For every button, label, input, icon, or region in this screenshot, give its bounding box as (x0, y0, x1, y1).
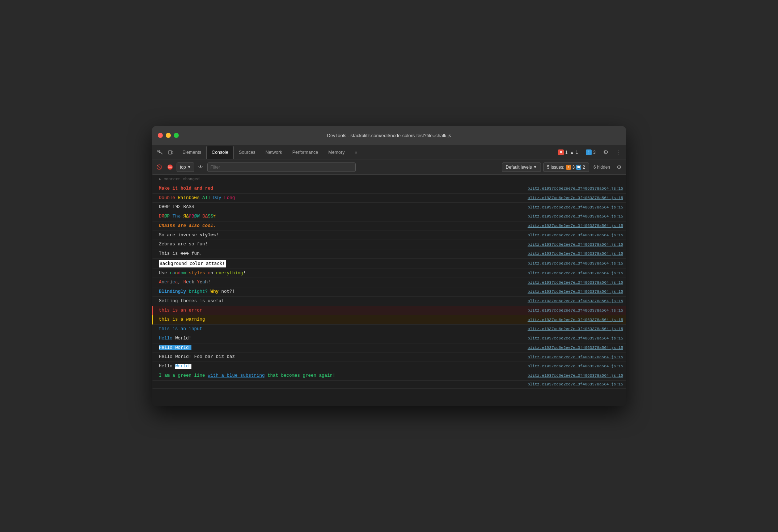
console-row-r1: Make it bold and redblitz.e1937cc6e2ee7e… (152, 184, 626, 194)
window-title: DevTools - stackblitz.com/edit/node-colo… (327, 133, 451, 138)
tab-icons-left (155, 147, 176, 157)
inspect-icon[interactable] (155, 147, 165, 157)
console-msg-r21: I am a green line with a blue substring … (159, 372, 522, 379)
console-src-r5[interactable]: blitz.e1937cc6e2ee7e…3f4063378a564.js:15 (528, 224, 623, 228)
console-src-r20[interactable]: blitz.e1937cc6e2ee7e…3f4063378a564.js:15 (528, 364, 623, 368)
console-msg-r7: Zebras are so fun! (159, 241, 522, 248)
console-src-r21[interactable]: blitz.e1937cc6e2ee7e…3f4063378a564.js:15 (528, 373, 623, 378)
console-msg-r14: this is an error (159, 307, 522, 314)
issues-info-count: 2 (583, 165, 585, 170)
svg-rect-1 (169, 151, 172, 154)
console-settings-icon[interactable]: ⚙ (614, 163, 623, 172)
console-msg-r15: this is a warning (159, 316, 522, 323)
log-levels-selector[interactable]: Default levels ▼ (502, 162, 541, 172)
console-row-r8: This is not fun.blitz.e1937cc6e2ee7e…3f4… (152, 249, 626, 259)
console-msg-r12: Blindingly bright? Why not?! (159, 288, 522, 295)
console-src-r7[interactable]: blitz.e1937cc6e2ee7e…3f4063378a564.js:15 (528, 242, 623, 247)
console-src-r4[interactable]: blitz.e1937cc6e2ee7e…3f4063378a564.js:15 (528, 214, 623, 219)
console-row-r10: Use random styles on everything!blitz.e1… (152, 269, 626, 278)
console-msg-r9: Background color attack! (159, 260, 522, 267)
hidden-count: 6 hidden (591, 164, 612, 171)
error-badge-btn[interactable]: ✕ 1 ▲ 1 (555, 148, 581, 156)
console-toolbar: 🚫 ⛔ top ▼ 👁 Default levels ▼ 5 Issues: !… (152, 160, 626, 174)
console-row-r13: Setting themes is usefulblitz.e1937cc6e2… (152, 297, 626, 306)
eye-icon[interactable]: 👁 (196, 163, 205, 172)
console-msg-r13: Setting themes is useful (159, 298, 522, 305)
console-output[interactable]: ▶ context changedMake it bold and redbli… (152, 174, 626, 406)
issues-info-icon: 💬 (576, 165, 581, 170)
console-row-r0: ▶ context changed (152, 174, 626, 184)
console-src-r17[interactable]: blitz.e1937cc6e2ee7e…3f4063378a564.js:15 (528, 336, 623, 341)
settings-icon[interactable]: ⚙ (601, 147, 611, 157)
tab-memory[interactable]: Memory (323, 146, 350, 159)
chevron-down-icon: ▼ (187, 165, 191, 169)
issues-label: 5 Issues: (547, 165, 565, 170)
console-src-r2[interactable]: blitz.e1937cc6e2ee7e…3f4063378a564.js:15 (528, 196, 623, 200)
console-row-r16: this is an inputblitz.e1937cc6e2ee7e…3f4… (152, 325, 626, 334)
tab-sources[interactable]: Sources (234, 146, 261, 159)
issues-warn-icon: ! (566, 165, 571, 170)
console-src-r10[interactable]: blitz.e1937cc6e2ee7e…3f4063378a564.js:15 (528, 271, 623, 275)
issues-button[interactable]: 5 Issues: ! 3 💬 2 (543, 162, 589, 172)
console-msg-r18: Hello world! (159, 345, 522, 351)
tabs-right: ✕ 1 ▲ 1 ! 3 ⚙ ⋮ (555, 147, 623, 157)
console-src-r16[interactable]: blitz.e1937cc6e2ee7e…3f4063378a564.js:15 (528, 327, 623, 331)
console-msg-r10: Use random styles on everything! (159, 270, 522, 277)
console-src-r3[interactable]: blitz.e1937cc6e2ee7e…3f4063378a564.js:15 (528, 205, 623, 210)
console-row-r14: this is an errorblitz.e1937cc6e2ee7e…3f4… (152, 306, 626, 316)
console-row-r19: Hello World! Foo bar biz bazblitz.e1937c… (152, 352, 626, 362)
maximize-button[interactable] (174, 133, 179, 138)
block-icon[interactable]: ⛔ (166, 163, 174, 172)
console-src-r13[interactable]: blitz.e1937cc6e2ee7e…3f4063378a564.js:15 (528, 299, 623, 303)
console-row-r3: DЯØP TΉΣ BΔSSblitz.e1937cc6e2ee7e…3f4063… (152, 203, 626, 212)
filter-input[interactable] (207, 162, 356, 172)
console-src-r14[interactable]: blitz.e1937cc6e2ee7e…3f4063378a564.js:15 (528, 308, 623, 313)
console-src-r22[interactable]: blitz.e1937cc6e2ee7e…3f4063378a564.js:15 (528, 382, 623, 387)
console-msg-r3: DЯØP TΉΣ BΔSS (159, 204, 522, 211)
info-count: 3 (593, 150, 596, 155)
svg-rect-2 (172, 152, 173, 154)
console-row-r15: this is a warningblitz.e1937cc6e2ee7e…3f… (152, 315, 626, 325)
tab-network[interactable]: Network (261, 146, 287, 159)
info-icon: ! (586, 149, 592, 155)
minimize-button[interactable] (166, 133, 171, 138)
console-src-r6[interactable]: blitz.e1937cc6e2ee7e…3f4063378a564.js:15 (528, 233, 623, 237)
tab-elements[interactable]: Elements (177, 146, 206, 159)
console-row-r2: Double Rainbows All Day Longblitz.e1937c… (152, 194, 626, 203)
console-msg-r4: DЯØP Thə ЯΔИBØW BΔSS↯ (159, 213, 522, 220)
console-src-r9[interactable]: blitz.e1937cc6e2ee7e…3f4063378a564.js:15 (528, 261, 623, 266)
title-bar: DevTools - stackblitz.com/edit/node-colo… (152, 126, 626, 145)
console-src-r18[interactable]: blitz.e1937cc6e2ee7e…3f4063378a564.js:15 (528, 346, 623, 350)
issues-warn-count: 3 (572, 165, 575, 170)
console-row-r6: So are inverse styles!blitz.e1937cc6e2ee… (152, 231, 626, 240)
console-msg-r0: ▶ context changed (159, 176, 623, 183)
devtools-window: DevTools - stackblitz.com/edit/node-colo… (152, 126, 626, 406)
console-src-r19[interactable]: blitz.e1937cc6e2ee7e…3f4063378a564.js:15 (528, 355, 623, 359)
console-row-r20: Hello World!blitz.e1937cc6e2ee7e…3f40633… (152, 362, 626, 371)
tab-performance[interactable]: Performance (287, 146, 324, 159)
console-row-r11: America, Heck Yeah!blitz.e1937cc6e2ee7e…… (152, 278, 626, 287)
console-msg-r8: This is not fun. (159, 250, 522, 257)
error-icon: ✕ (558, 149, 564, 155)
console-src-r8[interactable]: blitz.e1937cc6e2ee7e…3f4063378a564.js:15 (528, 252, 623, 256)
console-msg-r20: Hello World! (159, 363, 522, 370)
console-src-r15[interactable]: blitz.e1937cc6e2ee7e…3f4063378a564.js:15 (528, 318, 623, 322)
clear-icon[interactable]: 🚫 (155, 163, 164, 172)
more-icon[interactable]: ⋮ (613, 147, 623, 157)
tab-more[interactable]: » (350, 146, 362, 159)
console-row-r21: I am a green line with a blue substring … (152, 371, 626, 381)
console-msg-r2: Double Rainbows All Day Long (159, 195, 522, 202)
info-badge-btn[interactable]: ! 3 (583, 148, 599, 156)
context-selector[interactable]: top ▼ (177, 162, 194, 172)
console-src-r11[interactable]: blitz.e1937cc6e2ee7e…3f4063378a564.js:15 (528, 280, 623, 285)
traffic-lights (158, 133, 179, 138)
log-levels-label: Default levels (506, 165, 532, 170)
console-msg-r11: America, Heck Yeah! (159, 279, 522, 286)
console-row-r12: Blindingly bright? Why not?!blitz.e1937c… (152, 287, 626, 297)
tab-console[interactable]: Console (206, 146, 234, 159)
device-icon[interactable] (166, 147, 176, 157)
console-src-r12[interactable]: blitz.e1937cc6e2ee7e…3f4063378a564.js:15 (528, 290, 623, 294)
close-button[interactable] (158, 133, 163, 138)
console-src-r1[interactable]: blitz.e1937cc6e2ee7e…3f4063378a564.js:15 (528, 186, 623, 191)
log-levels-chevron: ▼ (533, 165, 537, 169)
